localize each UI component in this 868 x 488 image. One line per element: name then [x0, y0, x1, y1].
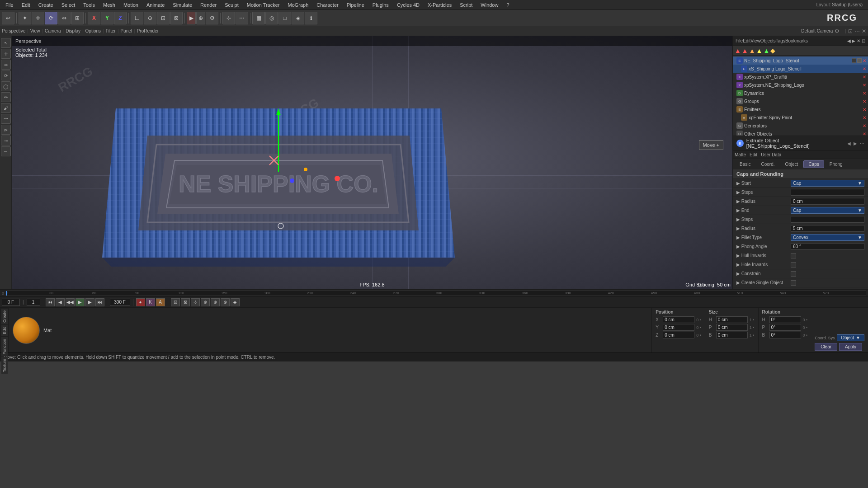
- tree-del-emitters[interactable]: ✕: [863, 107, 866, 112]
- viewport-mode-label[interactable]: Perspective: [2, 28, 25, 33]
- edge-mode-btn[interactable]: ⊡: [157, 12, 170, 24]
- left-tool-paint[interactable]: 🖌: [1, 103, 11, 113]
- goto-start-btn[interactable]: ⏮: [46, 298, 55, 306]
- left-tool-deform[interactable]: ⊳: [1, 125, 11, 135]
- prev-frame-btn[interactable]: ◀: [56, 298, 65, 306]
- left-tool-pen[interactable]: ✏: [1, 92, 11, 102]
- viewport-filter-btn[interactable]: Filter: [106, 28, 116, 33]
- view-label[interactable]: View: [750, 38, 760, 43]
- prop-input-steps2[interactable]: [791, 216, 864, 223]
- move-button[interactable]: Move +: [699, 140, 723, 150]
- current-frame-input[interactable]: [2, 299, 20, 306]
- tree-vis-stencil[interactable]: [852, 58, 856, 63]
- size-b-input[interactable]: [716, 332, 748, 338]
- menu-cycles4d[interactable]: Cycles 4D: [393, 1, 423, 9]
- props-nav-right[interactable]: ▶: [854, 141, 857, 146]
- menu-file[interactable]: File: [2, 1, 17, 9]
- prop-check-hull[interactable]: [791, 253, 796, 258]
- prop-val-start[interactable]: Cap▼: [791, 180, 864, 187]
- tab-edit[interactable]: Edit: [750, 152, 757, 157]
- tree-lock-stencil[interactable]: [857, 58, 862, 63]
- left-tool-move[interactable]: ✛: [1, 49, 11, 59]
- tree-del-other[interactable]: ✕: [863, 131, 866, 136]
- filter-icon-red[interactable]: ▲: [735, 47, 741, 54]
- mat-tab-edit[interactable]: Edit: [1, 325, 8, 336]
- viewport-close-icon[interactable]: ✕: [862, 28, 866, 34]
- tree-item-generators[interactable]: G Generators ✕: [733, 122, 868, 130]
- prop-check-single[interactable]: [791, 280, 796, 286]
- record-btn[interactable]: ●: [136, 298, 145, 306]
- menu-edit[interactable]: Edit: [18, 1, 34, 9]
- tree-item-other-objects[interactable]: O Other Objects ✕: [733, 130, 868, 136]
- camera-btn[interactable]: □: [278, 12, 291, 24]
- move-btn[interactable]: ✛: [32, 12, 44, 24]
- mat-tab-texture[interactable]: Texture: [1, 357, 8, 374]
- snap-settings-btn[interactable]: ⋯: [236, 12, 248, 24]
- tree-item-dynamics[interactable]: D Dynamics ✕: [733, 89, 868, 97]
- scale-btn[interactable]: ⇔: [58, 12, 71, 24]
- viewport-view-btn[interactable]: View: [30, 28, 40, 33]
- viewport[interactable]: Perspective Selected Total Objects: 1 23…: [12, 36, 732, 289]
- tree-item-groups[interactable]: G Groups ✕: [733, 97, 868, 105]
- objects-label[interactable]: Objects: [760, 38, 776, 43]
- transport-extra-7[interactable]: ◈: [231, 298, 240, 306]
- filter-icon-green[interactable]: ▲: [763, 47, 769, 54]
- filter-btn[interactable]: ◈: [292, 12, 304, 24]
- tab-user-data[interactable]: User Data: [761, 152, 781, 157]
- menu-character[interactable]: Character: [313, 1, 342, 9]
- rot-b-input[interactable]: [769, 332, 801, 338]
- rot-p-input[interactable]: [769, 324, 801, 331]
- pos-z-input[interactable]: [663, 332, 694, 338]
- undo-btn[interactable]: ↩: [2, 12, 14, 24]
- goto-end-btn[interactable]: ⏭: [95, 298, 104, 306]
- menu-simulate[interactable]: Simulate: [169, 1, 196, 9]
- render-to-pic-btn[interactable]: ⊕: [196, 12, 205, 24]
- props-tab-object[interactable]: Object: [780, 160, 803, 168]
- tree-del-xpgraffiti[interactable]: ✕: [863, 75, 866, 80]
- viewport-display-btn[interactable]: Display: [66, 28, 80, 33]
- tree-item-emitters[interactable]: E Emitters ✕: [733, 105, 868, 113]
- menu-render[interactable]: Render: [197, 1, 220, 9]
- menu-mograph[interactable]: MoGraph: [284, 1, 312, 9]
- z-axis-btn[interactable]: Z: [114, 12, 127, 24]
- props-tab-caps[interactable]: Caps: [803, 160, 824, 168]
- filter-icon-gold[interactable]: ◆: [770, 47, 775, 54]
- prop-input-steps1[interactable]: [791, 189, 864, 196]
- mat-tab-create[interactable]: Create: [1, 309, 8, 324]
- prop-check-hole[interactable]: [791, 262, 796, 267]
- tree-item-xp-ne-shipping[interactable]: X xpSystem.NE_Shipping_Logo ✕: [733, 81, 868, 89]
- point-mode-btn[interactable]: ⊙: [144, 12, 156, 24]
- tree-item-xp-graffiti[interactable]: X xpSystem.XP_Graffiti ✕: [733, 73, 868, 81]
- transport-extra-2[interactable]: ⊠: [181, 298, 190, 306]
- tree-del-groups[interactable]: ✕: [863, 99, 866, 104]
- obj-mode-btn[interactable]: ☐: [131, 12, 143, 24]
- viewport-settings-icon[interactable]: ⋯: [854, 28, 860, 34]
- clear-btn[interactable]: Clear: [815, 343, 837, 351]
- prop-val-fillet[interactable]: Convex▼: [791, 234, 864, 241]
- pos-x-input[interactable]: [663, 316, 694, 323]
- tab-matte[interactable]: Matte: [735, 152, 746, 157]
- material-sphere[interactable]: [13, 317, 40, 344]
- viewport-options-btn[interactable]: Options: [85, 28, 101, 33]
- menu-xparticles[interactable]: X-Particles: [424, 1, 455, 9]
- tree-del-stencil[interactable]: ✕: [863, 58, 866, 63]
- timeline-ruler-track[interactable]: 0 30 60 90 120 150 180 210 240 270 300 3…: [6, 291, 866, 296]
- poly-mode-btn[interactable]: ⊠: [170, 12, 183, 24]
- coord-dropdown[interactable]: Object▼: [837, 334, 864, 341]
- filter-icon-yellow[interactable]: ▲: [756, 47, 763, 54]
- menu-tools[interactable]: Tools: [80, 1, 99, 9]
- left-tool-scale[interactable]: ⇔: [1, 60, 11, 70]
- left-tool-arrow[interactable]: ↖: [1, 38, 11, 48]
- menu-window[interactable]: Window: [477, 1, 502, 9]
- transport-extra-5[interactable]: ⊕: [211, 298, 220, 306]
- transform-btn[interactable]: ⊞: [71, 12, 84, 24]
- size-p-input[interactable]: [716, 324, 748, 331]
- menu-mesh[interactable]: Mesh: [99, 1, 119, 9]
- x-axis-btn[interactable]: X: [88, 12, 100, 24]
- play-btn[interactable]: ▶: [75, 298, 85, 306]
- menu-script[interactable]: Script: [456, 1, 476, 9]
- next-frame-btn[interactable]: ▶: [85, 298, 94, 306]
- tags-label[interactable]: Tags: [776, 38, 785, 43]
- tree-del-xpshipping[interactable]: ✕: [863, 83, 866, 88]
- tree-item-shipping-logo[interactable]: E xS_Shipping Logo_Stencil ✕: [733, 65, 868, 73]
